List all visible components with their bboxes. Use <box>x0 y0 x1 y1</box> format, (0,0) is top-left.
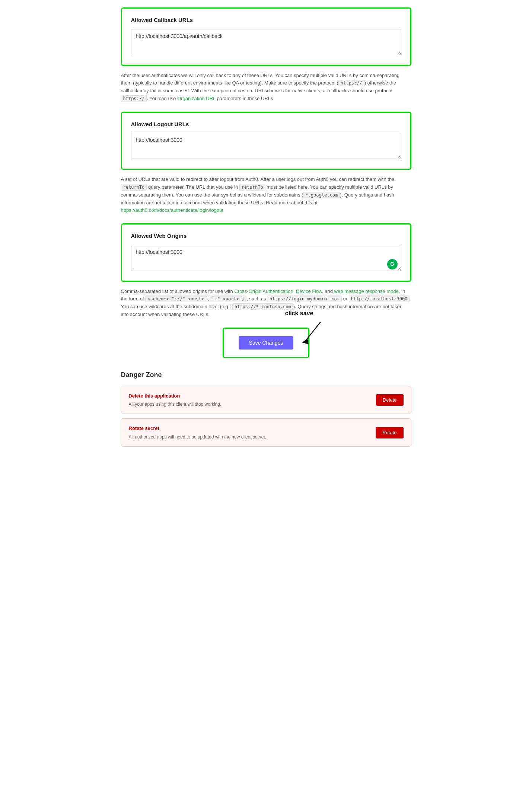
web-origins-desc-code1: <scheme> "://" <host> [ ":" <port> ] <box>145 296 246 302</box>
save-changes-button[interactable]: Save Changes <box>239 336 294 350</box>
danger-zone-section: Danger Zone Delete this application All … <box>121 370 411 447</box>
web-origins-desc-code3: http://localhost:3000 <box>349 296 410 302</box>
web-origins-desc-text2: , and <box>322 288 334 294</box>
grammarly-icon: G <box>387 259 398 269</box>
callback-urls-title: Allowed Callback URLs <box>131 16 401 25</box>
svg-line-0 <box>306 322 321 341</box>
danger-zone-title: Danger Zone <box>121 370 411 380</box>
callback-desc-code1: https:// <box>338 80 364 86</box>
logout-desc-code1: returnTo <box>121 184 147 191</box>
delete-application-desc: All your apps using this client will sto… <box>129 401 222 408</box>
web-origins-inner: G <box>131 245 401 273</box>
rotate-secret-desc: All authorized apps will need to be upda… <box>129 434 267 440</box>
web-message-response-link[interactable]: web message response mode <box>334 288 399 294</box>
delete-application-info: Delete this application All your apps us… <box>129 392 222 408</box>
callback-desc-code2: https:// <box>121 95 147 102</box>
logout-urls-title: Allowed Logout URLs <box>131 120 401 129</box>
logout-urls-input[interactable] <box>131 133 401 159</box>
callback-desc-text4: parameters in these URLs. <box>216 96 274 101</box>
click-save-annotation: click save <box>285 309 313 318</box>
rotate-button[interactable]: Rotate <box>376 427 403 438</box>
web-origins-desc-comma1: , <box>293 288 296 294</box>
delete-button[interactable]: Delete <box>376 394 404 406</box>
callback-urls-section: Allowed Callback URLs <box>121 7 411 66</box>
device-flow-link[interactable]: Device Flow <box>296 288 322 294</box>
web-origins-desc-code4: https://*.contoso.com <box>232 303 293 310</box>
web-origins-title: Allowed Web Origins <box>131 232 401 240</box>
svg-marker-1 <box>302 339 309 344</box>
web-origins-desc-text5: or <box>342 296 349 302</box>
logout-description: A set of URLs that are valid to redirect… <box>121 176 411 214</box>
logout-urls-section: Allowed Logout URLs <box>121 112 411 170</box>
logout-desc-text2: query parameter. The URL that you use in <box>147 184 239 190</box>
delete-application-item: Delete this application All your apps us… <box>121 386 411 414</box>
rotate-secret-title: Rotate secret <box>129 425 267 432</box>
cross-origin-auth-link[interactable]: Cross-Origin Authentication <box>234 288 293 294</box>
logout-desc-code2: returnTo <box>239 184 265 191</box>
logout-desc-text1: A set of URLs that are valid to redirect… <box>121 176 395 182</box>
arrow-icon <box>298 320 328 346</box>
rotate-secret-info: Rotate secret All authorized apps will n… <box>129 425 267 440</box>
logout-docs-link[interactable]: https://auth0.com/docs/authenticate/logi… <box>121 207 223 213</box>
rotate-secret-item: Rotate secret All authorized apps will n… <box>121 418 411 447</box>
web-origins-section: Allowed Web Origins G <box>121 223 411 282</box>
save-section: click save Save Changes <box>121 328 411 358</box>
callback-urls-input[interactable] <box>131 29 401 55</box>
organization-url-link[interactable]: Organization URL <box>177 96 216 101</box>
callback-description: After the user authenticates we will onl… <box>121 72 411 103</box>
web-origins-input[interactable] <box>131 245 401 271</box>
callback-desc-text3: . You can use <box>147 96 177 101</box>
web-origins-desc-text1: Comma-separated list of allowed origins … <box>121 288 235 294</box>
logout-desc-code3: *.google.com <box>303 192 340 198</box>
web-origins-desc-code2: https://login.mydomain.com <box>267 296 342 302</box>
web-origins-description: Comma-separated list of allowed origins … <box>121 288 411 319</box>
delete-application-title: Delete this application <box>129 392 222 400</box>
web-origins-desc-text4: , such as <box>246 296 267 302</box>
